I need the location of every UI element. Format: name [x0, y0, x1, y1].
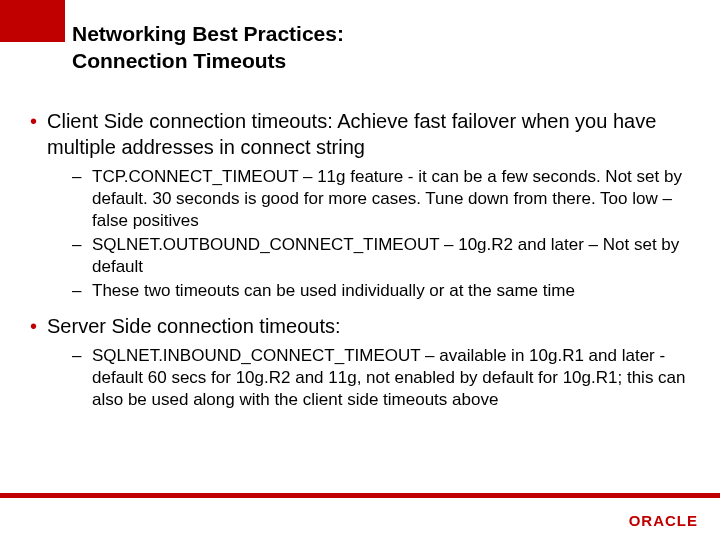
bullet-server-side: • Server Side connection timeouts: [30, 313, 690, 339]
bullet-marker: • [30, 313, 37, 339]
bullet-text: Server Side connection timeouts: [47, 313, 341, 339]
bullet-text: Client Side connection timeouts: Achieve… [47, 108, 690, 160]
content-area: • Client Side connection timeouts: Achie… [30, 108, 690, 421]
sub-bullet-text: SQLNET.INBOUND_CONNECT_TIMEOUT – availab… [92, 345, 690, 411]
sublist-server: – SQLNET.INBOUND_CONNECT_TIMEOUT – avail… [72, 345, 690, 411]
corner-accent [0, 0, 65, 42]
sub-bullet: – These two timeouts can be used individ… [72, 280, 690, 302]
logo-text: ORACLE [629, 512, 698, 529]
sub-bullet-text: SQLNET.OUTBOUND_CONNECT_TIMEOUT – 10g.R2… [92, 234, 690, 278]
footer-divider [0, 493, 720, 498]
sub-bullet: – SQLNET.INBOUND_CONNECT_TIMEOUT – avail… [72, 345, 690, 411]
slide: Networking Best Practices: Connection Ti… [0, 0, 720, 540]
title-area: Networking Best Practices: Connection Ti… [72, 20, 344, 75]
bullet-client-side: • Client Side connection timeouts: Achie… [30, 108, 690, 160]
sub-bullet-text: TCP.CONNECT_TIMEOUT – 11g feature - it c… [92, 166, 690, 232]
bullet-marker: • [30, 108, 37, 160]
title-line-2: Connection Timeouts [72, 47, 344, 74]
title-line-1: Networking Best Practices: [72, 20, 344, 47]
dash-marker: – [72, 234, 84, 278]
dash-marker: – [72, 345, 84, 411]
sub-bullet-text: These two timeouts can be used individua… [92, 280, 575, 302]
dash-marker: – [72, 166, 84, 232]
sub-bullet: – SQLNET.OUTBOUND_CONNECT_TIMEOUT – 10g.… [72, 234, 690, 278]
sub-bullet: – TCP.CONNECT_TIMEOUT – 11g feature - it… [72, 166, 690, 232]
oracle-logo: ORACLE [629, 512, 698, 530]
sublist-client: – TCP.CONNECT_TIMEOUT – 11g feature - it… [72, 166, 690, 303]
dash-marker: – [72, 280, 84, 302]
